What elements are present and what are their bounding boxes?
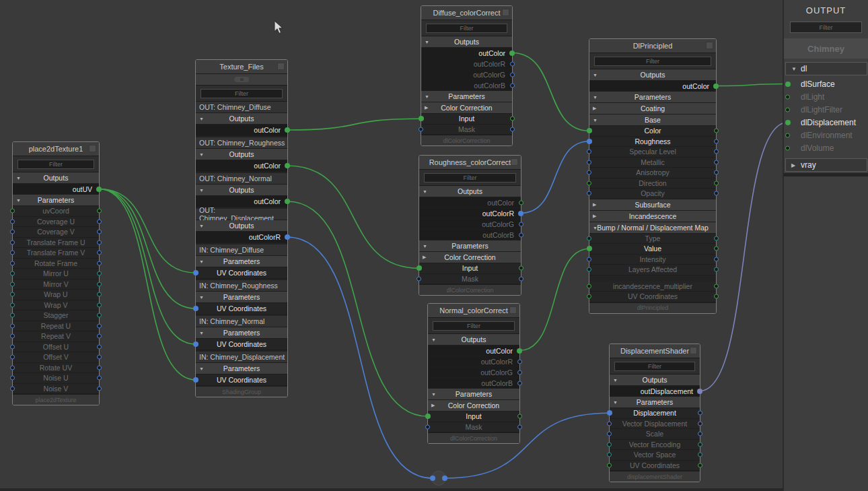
blue-port[interactable] [10, 376, 15, 381]
section-header-coating[interactable]: ▶Coating [589, 103, 716, 114]
section-header-color-correction[interactable]: ▶Color Correction [421, 102, 512, 114]
section-header-incandescence[interactable]: ▶Incandescence [589, 211, 716, 222]
green-port[interactable] [714, 247, 719, 251]
blue-port[interactable] [510, 127, 515, 131]
blue-port[interactable] [97, 251, 102, 255]
section-header-parameters[interactable]: ▼Parameters [421, 91, 512, 102]
section-header-parameters[interactable]: ▼Parameters [419, 240, 521, 252]
node-title-bar[interactable]: Texture_Files [196, 60, 287, 74]
blue-port[interactable] [714, 160, 719, 164]
blue-port[interactable] [10, 334, 15, 339]
out-dlSurface-port[interactable] [785, 81, 791, 87]
node-swatch[interactable] [89, 145, 96, 152]
teal-port[interactable] [10, 282, 15, 286]
section-header-outputs[interactable]: ▼Outputs [196, 220, 287, 232]
teal-port[interactable] [10, 302, 15, 307]
green-port[interactable] [587, 284, 591, 288]
blue-port[interactable] [10, 240, 15, 244]
tex-uvDiffuse-port[interactable] [193, 270, 198, 275]
section-header-color-correction[interactable]: ▶Color Correction [428, 400, 519, 412]
green-port[interactable] [519, 266, 523, 271]
green-port[interactable] [785, 107, 790, 112]
green-port[interactable] [519, 200, 523, 205]
wire[interactable] [287, 201, 428, 416]
wire[interactable] [716, 84, 788, 86]
tex-uvNormal-port[interactable] [193, 341, 198, 347]
node-filter-input[interactable]: Filter [201, 89, 283, 98]
output-item-dlVolume[interactable]: dlVolume [784, 141, 868, 154]
blue-port[interactable] [10, 323, 15, 328]
green-port[interactable] [607, 463, 612, 467]
blue-port[interactable] [517, 359, 522, 364]
green-port[interactable] [587, 181, 591, 185]
teal-port[interactable] [10, 271, 15, 276]
green-port[interactable] [510, 117, 515, 121]
purple-port[interactable] [607, 421, 612, 426]
node-title-bar[interactable]: DisplacementShader [610, 344, 700, 358]
teal-port[interactable] [97, 302, 102, 307]
blue-port[interactable] [10, 219, 15, 224]
wire[interactable] [99, 189, 196, 309]
blue-port[interactable] [714, 191, 719, 196]
blue-port[interactable] [10, 230, 15, 234]
section-header-color-correction[interactable]: ▶Color Correction [419, 252, 521, 263]
wire[interactable] [99, 189, 196, 273]
blue-port[interactable] [607, 432, 612, 436]
blue-port[interactable] [714, 139, 719, 143]
green-port[interactable] [517, 414, 522, 419]
blue-port[interactable] [97, 386, 102, 391]
teal-port[interactable] [97, 313, 102, 318]
node-normCC[interactable]: Normal_colorCorrectFilter▼OutputsoutColo… [427, 303, 520, 444]
blue-port[interactable] [587, 257, 591, 261]
teal-port[interactable] [607, 442, 612, 447]
blue-port[interactable] [714, 150, 719, 154]
section-header-parameters[interactable]: ▼Parameters [196, 256, 287, 267]
teal-port[interactable] [97, 292, 102, 297]
blue-port[interactable] [698, 411, 702, 416]
green-port[interactable] [714, 181, 719, 185]
node-filter-input[interactable]: Filter [433, 321, 515, 331]
blue-port[interactable] [510, 83, 515, 88]
node-collapse-pill[interactable] [196, 74, 287, 86]
output-item-dlLightFilter[interactable]: dlLightFilter [784, 103, 868, 116]
output-tab-chimney[interactable]: Chimney [784, 38, 868, 59]
section-header-outputs[interactable]: ▼Outputs [196, 113, 287, 125]
blue-port[interactable] [97, 219, 102, 224]
blue-port[interactable] [419, 127, 423, 131]
green-port[interactable] [714, 284, 719, 288]
blue-port[interactable] [97, 376, 102, 381]
green-port[interactable] [97, 209, 102, 214]
teal-port[interactable] [97, 271, 102, 276]
output-item-dlDisplacement[interactable]: dlDisplacement [784, 116, 868, 129]
section-header-parameters[interactable]: ▼Parameters [196, 327, 287, 339]
roughCC-outColorR-port[interactable] [518, 211, 523, 216]
wire[interactable] [287, 237, 433, 478]
node-filter-input[interactable]: Filter [424, 173, 516, 183]
section-header-parameters[interactable]: ▼Parameters [428, 389, 519, 400]
wire[interactable] [287, 119, 421, 130]
tex-outRoughness-port[interactable] [285, 163, 290, 168]
blue-port[interactable] [10, 355, 15, 360]
junction-l-port[interactable] [430, 476, 435, 481]
normCC-outColor-port[interactable] [517, 348, 522, 354]
node-swatch[interactable] [511, 158, 518, 166]
section-header-parameters[interactable]: ▼Parameters [196, 292, 287, 303]
dlp-color-port[interactable] [587, 128, 592, 133]
diffCC-input-port[interactable] [419, 116, 424, 121]
p2d-outUV-port[interactable] [96, 187, 102, 192]
blue-port[interactable] [714, 170, 719, 175]
teal-port[interactable] [714, 267, 719, 272]
blue-port[interactable] [97, 323, 102, 328]
node-swatch[interactable] [502, 9, 509, 16]
wire[interactable] [512, 53, 589, 131]
blue-port[interactable] [10, 251, 15, 255]
node-filter-input[interactable]: Filter [426, 24, 507, 33]
blue-port[interactable] [587, 150, 591, 154]
tex-uvDisplacement-port[interactable] [193, 377, 198, 383]
teal-port[interactable] [10, 292, 15, 297]
node-swatch[interactable] [509, 306, 517, 314]
tex-outNormal-port[interactable] [285, 199, 290, 204]
green-port[interactable] [714, 294, 719, 299]
blue-port[interactable] [510, 72, 515, 77]
disp-outDisplacement-port[interactable] [697, 389, 702, 394]
